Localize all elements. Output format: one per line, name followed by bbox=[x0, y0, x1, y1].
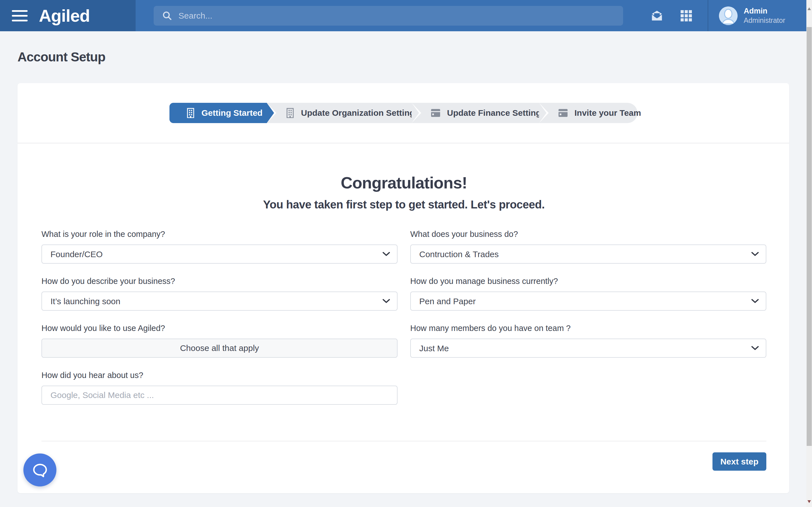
global-search bbox=[154, 6, 623, 25]
page-content: Account Setup Getting Started bbox=[0, 49, 812, 493]
field-use-agiled-label: How would you like to use Agiled? bbox=[42, 324, 398, 333]
field-use-agiled: How would you like to use Agiled? Choose… bbox=[42, 324, 398, 358]
wizard-step-finance-settings[interactable]: Update Finance Settings bbox=[412, 103, 539, 123]
wizard-step-label: Update Finance Settings bbox=[447, 108, 546, 118]
field-team-size: How many members do you have on team ? J… bbox=[410, 324, 766, 358]
field-hear-about-label: How did you hear about us? bbox=[42, 371, 398, 380]
congrats-block: Congratulations! You have taken first st… bbox=[42, 173, 766, 211]
scroll-up-arrow-icon[interactable] bbox=[808, 7, 811, 10]
building-icon bbox=[286, 108, 294, 118]
navbar-brand-section: Agiled bbox=[0, 0, 136, 31]
apps-grid-icon[interactable] bbox=[680, 10, 693, 22]
search-icon bbox=[162, 11, 172, 21]
setup-form: What is your role in the company? Founde… bbox=[42, 230, 766, 405]
chat-bubble-icon bbox=[32, 463, 48, 477]
building-icon bbox=[186, 108, 195, 118]
field-business: What does your business do? Contruction … bbox=[410, 230, 766, 264]
avatar bbox=[719, 6, 738, 25]
hear-about-input[interactable] bbox=[42, 386, 398, 405]
field-describe: How do you describe your business? It’s … bbox=[42, 277, 398, 311]
setup-form-card: Congratulations! You have taken first st… bbox=[17, 144, 789, 493]
bank-card-icon bbox=[558, 109, 568, 117]
field-role: What is your role in the company? Founde… bbox=[42, 230, 398, 264]
user-menu[interactable]: Admin Administrator bbox=[708, 6, 812, 25]
scrollbar-thumb[interactable] bbox=[807, 27, 812, 446]
wizard-step-getting-started[interactable]: Getting Started bbox=[169, 103, 267, 123]
field-describe-label: How do you describe your business? bbox=[42, 277, 398, 286]
congrats-heading: Congratulations! bbox=[42, 173, 766, 192]
search-input[interactable] bbox=[179, 11, 615, 20]
field-manage-label: How do you manage business currently? bbox=[410, 277, 766, 286]
team-size-select[interactable]: Just Me bbox=[410, 339, 766, 358]
app-logo[interactable]: Agiled bbox=[39, 6, 90, 25]
setup-wizard: Getting Started Update Organization Set bbox=[169, 103, 638, 123]
wizard-step-label: Getting Started bbox=[202, 108, 263, 118]
field-business-label: What does your business do? bbox=[410, 230, 766, 239]
role-select[interactable]: Founder/CEO bbox=[42, 244, 398, 264]
wizard-step-invite-team[interactable]: Invite your Team bbox=[539, 103, 638, 123]
field-team-size-label: How many members do you have on team ? bbox=[410, 324, 766, 333]
wizard-step-label: Update Organization Settings bbox=[301, 108, 419, 118]
form-divider bbox=[42, 441, 766, 441]
form-footer: Next step bbox=[42, 452, 766, 471]
menu-toggle-icon[interactable] bbox=[12, 10, 28, 21]
wizard-step-label: Invite your Team bbox=[574, 108, 641, 118]
page-title: Account Setup bbox=[17, 49, 789, 64]
mail-icon[interactable] bbox=[650, 10, 664, 22]
help-beacon-button[interactable] bbox=[23, 453, 56, 487]
choose-all-that-apply-button[interactable]: Choose all that apply bbox=[42, 339, 398, 358]
navbar-right: Admin Administrator bbox=[650, 0, 812, 31]
field-manage: How do you manage business currently? Pe… bbox=[410, 277, 766, 311]
navbar-main: Admin Administrator bbox=[136, 0, 812, 31]
scroll-down-arrow-icon[interactable] bbox=[808, 500, 811, 503]
bank-card-icon bbox=[431, 109, 441, 117]
business-select[interactable]: Contruction & Trades bbox=[410, 244, 766, 264]
manage-select[interactable]: Pen and Paper bbox=[410, 291, 766, 311]
user-role: Administrator bbox=[744, 16, 785, 25]
page-scrollbar[interactable] bbox=[806, 0, 812, 507]
wizard-card: Getting Started Update Organization Set bbox=[17, 83, 789, 144]
describe-select[interactable]: It’s launching soon bbox=[42, 291, 398, 311]
top-navbar: Agiled bbox=[0, 0, 812, 31]
field-hear-about: How did you hear about us? bbox=[42, 371, 398, 405]
user-name: Admin bbox=[744, 6, 785, 16]
wizard-step-organization-settings[interactable]: Update Organization Settings bbox=[267, 103, 412, 123]
field-role-label: What is your role in the company? bbox=[42, 230, 398, 239]
congrats-subheading: You have taken first step to get started… bbox=[42, 198, 766, 211]
next-step-button[interactable]: Next step bbox=[712, 452, 766, 471]
